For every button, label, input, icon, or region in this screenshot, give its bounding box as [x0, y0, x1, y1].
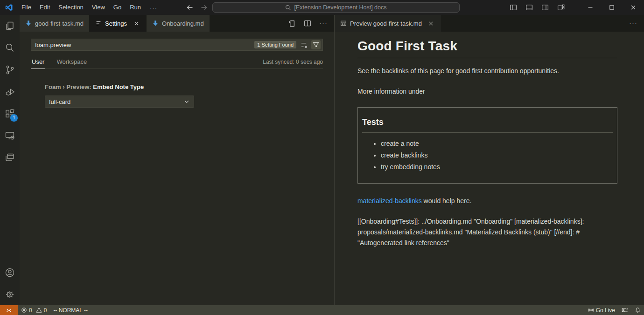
- source-control-icon[interactable]: [0, 59, 20, 81]
- setting-category: Foam › Preview:: [45, 83, 93, 90]
- tab-label: good-first-task.md: [35, 20, 84, 27]
- maximize-button[interactable]: [601, 0, 623, 15]
- accounts-icon[interactable]: [0, 261, 20, 283]
- close-window-button[interactable]: [623, 0, 644, 15]
- results-count-badge: 1 Setting Found: [254, 41, 296, 48]
- more-actions-icon[interactable]: ···: [318, 18, 329, 28]
- menu-view[interactable]: View: [88, 2, 109, 13]
- settings-search-box[interactable]: 1 Setting Found: [31, 39, 323, 51]
- tabstrip-right: Preview good-first-task.md ···: [335, 15, 644, 32]
- scope-tab-workspace[interactable]: Workspace: [56, 58, 88, 69]
- extensions-icon[interactable]: 1: [0, 103, 20, 124]
- remote-indicator[interactable]: [0, 305, 18, 315]
- vscode-window: File Edit Selection View Go Run ··· [Ext…: [0, 0, 644, 315]
- tab-settings[interactable]: Settings: [90, 15, 147, 32]
- dropdown-value: full-card: [49, 98, 70, 105]
- titlebar: File Edit Selection View Go Run ··· [Ext…: [0, 0, 644, 15]
- menu-run[interactable]: Run: [126, 2, 145, 13]
- explorer-icon[interactable]: [0, 15, 20, 37]
- setting-name: Embed Note Type: [93, 83, 144, 90]
- list-item: try embedding notes: [381, 162, 613, 171]
- setting-row-embed-note-type: Foam › Preview: Embed Note Type full-car…: [31, 83, 323, 108]
- customize-layout-icon[interactable]: [555, 2, 567, 13]
- settings-scope-tabs: User Workspace Last synced: 0 secs ago: [31, 58, 323, 69]
- settings-gear-icon[interactable]: [0, 283, 20, 305]
- preview-paragraph: More information under: [357, 87, 617, 96]
- go-live-label: Go Live: [596, 307, 615, 314]
- tab-label: Settings: [105, 20, 127, 27]
- link-suffix-text: would help here.: [422, 197, 472, 205]
- settings-editor-icon: [95, 20, 102, 27]
- tab-label: Onboarding.md: [162, 20, 204, 27]
- filter-settings-icon[interactable]: [311, 40, 321, 49]
- materialized-backlinks-link[interactable]: materialized-backlinks: [357, 197, 422, 205]
- tab-preview-good-first-task[interactable]: Preview good-first-task.md: [335, 15, 441, 32]
- menu-more-button[interactable]: ···: [145, 4, 162, 11]
- markdown-preview-pane: Good First Task See the backlinks of thi…: [335, 32, 644, 305]
- command-center-label: [Extension Development Host] docs: [294, 4, 386, 11]
- menu-file[interactable]: File: [17, 2, 35, 13]
- settings-search-input[interactable]: [35, 41, 252, 48]
- broadcast-icon: [588, 307, 594, 313]
- menu-go[interactable]: Go: [109, 2, 126, 13]
- tab-label: Preview good-first-task.md: [350, 20, 422, 27]
- preview-footnote: [[Onboarding#Tests]]: ../Onboarding.md "…: [357, 216, 617, 248]
- problems-indicator[interactable]: 0 0: [18, 305, 50, 315]
- close-tab-icon[interactable]: [427, 19, 435, 27]
- error-count: 0: [29, 307, 32, 314]
- warning-icon: [36, 307, 42, 313]
- vim-mode-indicator[interactable]: -- NORMAL --: [50, 305, 91, 315]
- preview-paragraph: See the backlinks of this page for good …: [357, 66, 617, 75]
- chevron-down-icon: [183, 98, 190, 105]
- toggle-primary-sidebar-icon[interactable]: [508, 2, 519, 13]
- navigate-back-icon[interactable]: [185, 2, 195, 13]
- error-icon: [21, 307, 27, 313]
- embedded-note-list: create a note create backlinks try embed…: [362, 139, 613, 171]
- search-icon: [285, 5, 291, 11]
- scope-tab-user[interactable]: User: [31, 58, 45, 69]
- remote-explorer-icon[interactable]: [0, 124, 20, 146]
- vim-mode-label: -- NORMAL --: [53, 307, 88, 314]
- toggle-panel-icon[interactable]: [524, 2, 535, 13]
- split-editor-icon[interactable]: [302, 18, 313, 28]
- embedded-note-heading: Tests: [362, 117, 613, 133]
- markdown-icon: [25, 20, 32, 27]
- embedded-note-card: Tests create a note create backlinks try…: [357, 107, 617, 184]
- list-item: create backlinks: [381, 151, 613, 160]
- more-actions-icon[interactable]: ···: [628, 18, 638, 28]
- setting-title: Foam › Preview: Embed Note Type: [45, 83, 323, 90]
- list-item: create a note: [381, 139, 613, 148]
- last-synced-label: Last synced: 0 secs ago: [263, 59, 323, 68]
- editor-layouts-icon[interactable]: [0, 146, 20, 168]
- settings-editor: 1 Setting Found User Workspace Last sync…: [20, 32, 334, 305]
- search-view-icon[interactable]: [0, 37, 20, 59]
- menu-selection[interactable]: Selection: [54, 2, 87, 13]
- notifications-bell-icon[interactable]: [631, 305, 644, 315]
- tabstrip-left: good-first-task.md Settings: [20, 15, 334, 32]
- status-bar: 0 0 -- NORMAL -- Go Live: [0, 305, 644, 315]
- minimize-button[interactable]: [580, 0, 601, 15]
- toggle-secondary-sidebar-icon[interactable]: [539, 2, 551, 13]
- go-live-button[interactable]: Go Live: [585, 305, 618, 315]
- clear-settings-search-icon[interactable]: [299, 40, 308, 49]
- close-tab-icon[interactable]: [132, 19, 140, 27]
- preview-link-line: materialized-backlinks would help here.: [357, 196, 617, 205]
- command-center-search[interactable]: [Extension Development Host] docs: [212, 2, 460, 13]
- editor-group-left: good-first-task.md Settings: [20, 15, 334, 305]
- markdown-preview-icon: [340, 20, 347, 27]
- tab-onboarding[interactable]: Onboarding.md: [147, 15, 210, 32]
- open-settings-json-icon[interactable]: [287, 18, 297, 28]
- markdown-icon: [152, 20, 159, 27]
- activity-bar: 1: [0, 15, 20, 305]
- tab-good-first-task[interactable]: good-first-task.md: [20, 15, 90, 32]
- vscode-logo-icon: [4, 3, 14, 12]
- preview-title: Good First Task: [357, 39, 617, 58]
- run-debug-icon[interactable]: [0, 81, 20, 103]
- warning-count: 0: [44, 307, 47, 314]
- menu-edit[interactable]: Edit: [35, 2, 54, 13]
- editor-group-right: Preview good-first-task.md ··· Good Firs…: [334, 15, 644, 305]
- feedback-icon[interactable]: [618, 305, 631, 315]
- extensions-badge: 1: [10, 114, 18, 122]
- navigate-forward-icon[interactable]: [199, 2, 209, 13]
- embed-note-type-dropdown[interactable]: full-card: [45, 96, 194, 108]
